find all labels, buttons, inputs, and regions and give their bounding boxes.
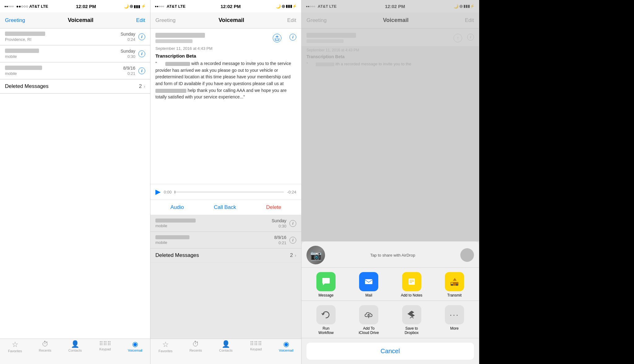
tab-favorites-1[interactable]: ☆ Favorites xyxy=(0,341,30,353)
tab-keypad-2[interactable]: ⠿⠿⠿ Keypad xyxy=(241,341,271,351)
info-btn-1[interactable]: i xyxy=(138,33,145,40)
vm-meta-3: 8/9/16 0:21 xyxy=(123,66,135,76)
cancel-button[interactable]: Cancel xyxy=(306,343,474,360)
more-icon: ··· xyxy=(445,305,464,324)
progress-bar[interactable] xyxy=(175,192,284,193)
carrier-1: ●●○○○ AT&T LTE xyxy=(16,4,48,9)
share-app-mail[interactable]: Mail xyxy=(347,272,390,297)
svg-point-12 xyxy=(451,284,452,285)
action-dropbox[interactable]: Save to Dropbox xyxy=(390,305,433,335)
panel-2: ●●○○○ AT&T LTE 12:02 PM 🌙 ◎ ▮▮▮⚡ Greetin… xyxy=(150,0,302,364)
share-app-transmit[interactable]: Transmit xyxy=(433,272,476,297)
tab-contacts-1[interactable]: 👤 Contacts xyxy=(60,341,90,352)
grey-info-btn-2[interactable]: i xyxy=(289,237,296,244)
deleted-row-grey[interactable]: Deleted Messages 2 › xyxy=(150,249,301,262)
sep-4 xyxy=(0,93,150,94)
contact-block xyxy=(155,33,205,43)
vm-item-2[interactable]: mobile Sunday 0:30 i xyxy=(0,46,150,62)
time-1: 12:02 PM xyxy=(76,4,96,9)
airdrop-avatar-main[interactable]: 📷 xyxy=(306,246,325,264)
keypad-icon-1: ⠿⠿⠿ xyxy=(99,341,111,346)
vm-info-1: Providence, RI xyxy=(5,32,121,42)
share-overlay: 📷 Tap to share with AirDrop xyxy=(302,0,479,364)
airdrop-center: Tap to share with AirDrop xyxy=(329,253,456,258)
keypad-label-2: Keypad xyxy=(250,347,262,351)
grey-vm-item-1[interactable]: mobile Sunday 0:30 i xyxy=(150,215,301,232)
detail-action-icons: i xyxy=(273,34,296,42)
vm-date-2: Sunday xyxy=(121,49,135,54)
tab-keypad-1[interactable]: ⠿⠿⠿ Keypad xyxy=(90,341,120,351)
vm-date-3: 8/9/16 xyxy=(123,66,135,71)
callback-button[interactable]: Call Back xyxy=(214,204,236,210)
grey-vm-sub-1: mobile xyxy=(155,223,272,228)
vm-info-2: mobile xyxy=(5,49,121,59)
info-btn-3[interactable]: i xyxy=(138,67,145,74)
info-btn-2[interactable]: i xyxy=(138,50,145,57)
player-end: -0:24 xyxy=(287,190,296,194)
transcription-label: Transcription Beta xyxy=(150,53,301,60)
vm-duration-2: 0:30 xyxy=(128,54,135,59)
vm-item-1[interactable]: Providence, RI Sunday 0:24 i xyxy=(0,28,150,45)
icloud-drive-icon xyxy=(359,305,378,324)
share-app-message[interactable]: Message xyxy=(305,272,347,297)
recents-icon-1: ⏱ xyxy=(42,341,49,348)
action-more[interactable]: ··· More xyxy=(433,305,476,335)
vm-detail: i September 11, 2016 at 4:43 PM Transcri… xyxy=(150,28,301,339)
time-2: 12:02 PM xyxy=(221,4,241,9)
vm-item-3[interactable]: mobile 8/9/16 0:21 i xyxy=(0,63,150,79)
favorites-icon-1: ☆ xyxy=(12,341,19,348)
svg-rect-2 xyxy=(365,279,372,284)
transcription-text: " with a recorded message to invite you … xyxy=(150,60,301,184)
deleted-label-1: Deleted Messages xyxy=(5,83,139,89)
signal-dots-1: ●●○○○ xyxy=(4,5,14,8)
vm-info-3: mobile xyxy=(5,66,123,76)
grey-vm-date-2: 8/9/16 xyxy=(274,235,286,240)
vm-meta-1: Sunday 0:24 xyxy=(121,32,135,42)
audio-button[interactable]: Audio xyxy=(170,204,184,210)
signal-dots-2: ●●○○○ xyxy=(155,5,164,8)
tab-voicemail-2[interactable]: ◉ Voicemail xyxy=(271,341,301,352)
detail-date: September 11, 2016 at 4:43 PM xyxy=(150,46,301,53)
action-icloud-drive[interactable]: Add To iCloud Drive xyxy=(347,305,390,335)
delete-button[interactable]: Delete xyxy=(266,204,281,210)
vm-duration-3: 0:21 xyxy=(128,71,135,76)
share-icon[interactable] xyxy=(273,34,281,42)
grey-info-btn-1[interactable]: i xyxy=(289,220,296,227)
carrier-2: AT&T LTE xyxy=(167,4,185,9)
battery-2: ▮▮▮⚡ xyxy=(286,4,297,8)
share-app-notes[interactable]: Add to Notes xyxy=(390,272,433,297)
grey-vm-duration-2: 0:21 xyxy=(279,240,286,245)
deleted-row-1[interactable]: Deleted Messages 2 › xyxy=(0,80,150,93)
transmit-app-icon xyxy=(445,272,464,291)
transmit-app-label: Transmit xyxy=(447,293,462,297)
voicemail-icon-1: ◉ xyxy=(132,341,138,348)
contacts-label-1: Contacts xyxy=(68,349,82,352)
icloud-drive-label: Add To iCloud Drive xyxy=(359,326,379,335)
contacts-icon-1: 👤 xyxy=(71,341,79,348)
chevron-icon-1: › xyxy=(144,84,145,89)
moon-icon-1: 🌙 xyxy=(124,4,129,9)
grey-vm-info-2: mobile xyxy=(155,235,274,245)
vm-date-1: Sunday xyxy=(121,32,135,37)
share-backdrop[interactable] xyxy=(302,0,479,241)
action-run-workflow[interactable]: Run Workflow xyxy=(305,305,347,335)
blurred-phone xyxy=(155,89,186,93)
info-icon-detail[interactable]: i xyxy=(289,34,296,41)
tab-recents-1[interactable]: ⏱ Recents xyxy=(30,341,60,352)
favorites-icon-2: ☆ xyxy=(162,341,169,348)
tab-contacts-2[interactable]: 👤 Contacts xyxy=(211,341,241,352)
action-row: Run Workflow Add To iCloud Drive xyxy=(302,301,479,338)
voicemail-list-1: Providence, RI Sunday 0:24 i mobile Sund… xyxy=(0,28,150,339)
edit-btn-1[interactable]: Edit xyxy=(136,17,145,24)
blurred-name xyxy=(165,62,190,66)
tab-voicemail-1[interactable]: ◉ Voicemail xyxy=(120,341,150,352)
grey-vm-item-2[interactable]: mobile 8/9/16 0:21 i xyxy=(150,232,301,249)
greeting-btn-1[interactable]: Greeting xyxy=(5,17,25,24)
tab-favorites-2[interactable]: ☆ Favorites xyxy=(150,341,180,353)
detail-buttons: Audio Call Back Delete xyxy=(150,200,301,215)
play-button[interactable]: ▶ xyxy=(155,188,161,196)
status-bar-1: ●●○○○ ●●○○○ AT&T LTE 12:02 PM 🌙 ◎ ▮▮▮ ⚡ xyxy=(0,0,150,12)
tab-recents-2[interactable]: ⏱ Recents xyxy=(180,341,211,352)
location-icon-2: ◎ xyxy=(282,4,285,8)
status-bar-left-2: ●●○○○ AT&T LTE xyxy=(155,4,185,9)
